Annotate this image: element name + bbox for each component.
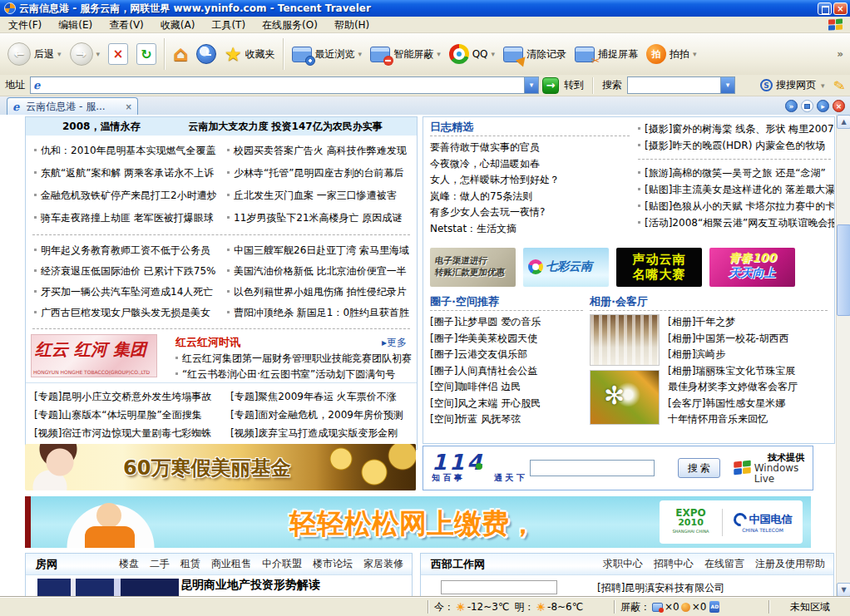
refresh-button[interactable]: ↻ [132,41,161,67]
jobs-search-input[interactable] [441,580,557,594]
scroll-down-button[interactable]: ▼ [837,583,850,597]
back-button[interactable]: ← 后退 ▾ [3,40,66,68]
photo-link[interactable]: [摄影]昨天的晚霞(HDR) 内蒙金色的牧场 [645,140,825,151]
photo-link[interactable]: [摄影]窗外的树海棠 线条、形状 梅里2007 [645,123,834,135]
banner-epayment[interactable]: 电子渠道进行 转账汇款更加优惠 [430,248,516,287]
news-link[interactable]: 牙买加一辆公共汽车坠河造成14人死亡 [41,286,213,298]
housing-nav-link[interactable]: 中介联盟 [262,557,302,571]
album-link[interactable]: [相册]中国第一校花-胡西西 [668,333,789,344]
housing-nav-link[interactable]: 楼盘 [119,557,139,571]
jobs-title[interactable]: 西部工作网 [431,557,485,572]
album-photo-icicles[interactable] [590,314,660,366]
album-link[interactable]: [会客厅]韩国性感女星米娜 [668,397,785,409]
circle-link[interactable]: [圈子]云港交友俱乐部 [430,348,527,360]
banner-voice-contest[interactable]: 声动云南 名嘴大赛 [616,248,702,287]
news-link[interactable]: 11岁男孩坠下21米高楼身亡 原因成谜 [234,212,402,224]
address-dropdown-button[interactable]: ▾ [524,77,538,93]
menu-favorites[interactable]: 收藏(A) [152,17,204,32]
tab-yninfo[interactable]: e 云南信息港 - 服... × [7,97,138,115]
menu-tools[interactable]: 工具(T) [203,17,254,32]
circle-link[interactable]: [空间]风之末端 开心股民 [430,397,541,409]
tab-dock-button[interactable]: ▸ [817,100,829,112]
blog-section-title[interactable]: 日志精选 [430,119,633,136]
photo-link[interactable]: [活动]2008“相聚云港”网友互动联谊晚会报名 [645,217,834,229]
go-label[interactable]: 转到 [564,78,584,92]
news-link[interactable]: 金融危机致铁矿停产来昆打工2小时遭炒 [41,190,217,201]
album-link[interactable]: [相册]滨崎步 [668,348,725,360]
jobs-nav-link[interactable]: 注册及使用帮助 [755,557,825,571]
blog-link[interactable]: 女人，怎样暧昧才恰到好处？ [430,174,560,185]
circle-link[interactable]: [空间]咖啡伴侣 边民 [430,381,521,392]
circle-section-title[interactable]: 圈子·空间推荐 [430,293,586,310]
news-link[interactable]: 丘北发生灭门血案 一家三口惨遭被害 [234,190,397,201]
close-button[interactable]: × [833,2,848,15]
headline-link[interactable]: 云南加大支农力度 投资147亿为农民办实事 [188,120,382,134]
scroll-thumb[interactable] [837,224,850,316]
topic-link[interactable]: [专题]聚焦2009年春运 火车票价不涨 [230,391,397,402]
tab-overflow-button[interactable]: » [785,100,798,112]
news-link[interactable]: 经济衰退压低国际油价 已累计下跌75% [41,265,216,277]
news-link[interactable]: 以色列籍世界小姐甩伤痛 拍性侵纪录片 [234,286,407,298]
go-button[interactable]: → [542,77,559,94]
topic-link[interactable]: [专题]山寨版本“体坛明星脸”全面搜集 [34,409,202,421]
circle-link[interactable]: [空间]忻蓝 风抚琴弦 [430,413,521,425]
blog-link[interactable]: 岚峰：做人的75条法则 [430,190,532,202]
housing-nav-link[interactable]: 二手 [150,557,170,571]
hongyun-link[interactable]: “红云书卷润心田·红云图书室”活动划下圆满句号 [182,368,395,380]
toolbar-overflow-button[interactable]: » [837,48,847,60]
blog-link[interactable]: 有多少女人会去玩一夜情? [430,206,545,218]
news-link[interactable]: 仇和：2010年昆明基本实现燃气全覆盖 [41,145,216,156]
soso-search-button[interactable]: 搜搜网页 [776,78,816,92]
search-dropdown-button[interactable]: ▾ [720,77,734,93]
maximize-button[interactable] [818,2,832,15]
jobs-listing-link[interactable]: [招聘]昆明滇安科技有限公司 [597,581,724,595]
tab-list-button[interactable] [801,100,813,112]
circle-link[interactable]: [圈子]华美美莱校园天使 [430,333,537,344]
hongyun-link[interactable]: 红云红河集团第一届财务管理职业技能竞赛团队初赛 [182,352,412,364]
circle-link[interactable]: [圈子]让梦早圆 爱の音乐 [430,316,541,328]
tab-close-icon[interactable]: × [126,102,132,111]
blog-link[interactable]: 要善待敢于做实事的官员 [430,141,540,153]
news-link[interactable]: 校园买卖答案广告火 高科技作弊难发现 [234,145,407,156]
album-photo-flower[interactable]: ✻ [590,370,660,425]
search-114-input[interactable] [530,460,655,476]
banner-colorful-yunnan[interactable]: 七彩云南 [523,248,609,287]
smart-block-button[interactable]: 智能屏蔽 ▾ [366,44,445,65]
topic-link[interactable]: [视频]废弃宝马打造成现实版变形金刚 [230,427,398,439]
housing-ad-image[interactable] [37,579,179,597]
housing-nav-link[interactable]: 家居装修 [363,557,403,571]
more-link[interactable]: ▸更多 [382,336,407,350]
album-link[interactable]: 十年情怀用音乐来回忆 [668,413,768,425]
blog-link[interactable]: Netstat：生活文摘 [430,223,516,234]
search-input[interactable]: ▾ [627,76,735,94]
address-input[interactable]: e ▾ [30,76,539,94]
housing-title[interactable]: 房网 [36,557,57,572]
hongyun-logo[interactable]: 红云 红河 集团 HONGYUN HONGHE TOBACCO(GROUP)CO… [31,334,157,377]
news-link[interactable]: 广西古巨棺发现女尸骸头发无损是美女 [41,307,210,318]
paipai-button[interactable]: 拍 拍拍 ▾ [642,42,701,67]
housing-nav-link[interactable]: 楼市论坛 [313,557,353,571]
housing-headline-link[interactable]: 昆明商业地产投资形势解读 [180,578,320,593]
menu-file[interactable]: 文件(F) [0,17,50,32]
blog-link[interactable]: 今夜微冷，心却温暖如春 [430,158,540,170]
topic-link[interactable]: [专题]面对金融危机，2009年房价预测 [230,409,403,421]
housing-nav-link[interactable]: 商业租售 [211,557,251,571]
topic-link[interactable]: [专题]昆明小庄立交桥意外发生垮塌事故 [34,391,211,402]
history-button[interactable] [192,42,220,67]
clear-records-button[interactable]: 清除记录 [499,44,571,65]
topic-link[interactable]: [视频]宿迁市河边惊现大量剧毒七彩蜘蛛 [34,427,211,439]
capture-screen-button[interactable]: ✂ 捕捉屏幕 [571,44,642,65]
pencil-icon[interactable]: ✎ [832,76,847,94]
qq-button[interactable]: QQ ▾ [445,42,499,67]
album-section-title[interactable]: 相册·会客厅 [590,293,831,310]
menu-help[interactable]: 帮助(H) [326,17,378,32]
news-link[interactable]: 明年起义务教育教师工资不低于公务员 [41,244,210,256]
favorites-button[interactable]: ★ 收藏夹 [220,42,279,66]
album-link[interactable]: [相册]千年之梦 [668,316,735,328]
recent-browsing-button[interactable]: 最近浏览 ▾ [288,44,367,65]
search-114-button[interactable]: 搜 索 [678,458,720,478]
menu-view[interactable]: 查看(V) [101,17,152,32]
news-link[interactable]: 曹阳冲顶绝杀 新国足1：0胜约旦获首胜 [234,307,409,318]
headline-link[interactable]: 2008，温情永存 [62,120,140,134]
jobs-nav-link[interactable]: 在线留言 [704,557,744,571]
